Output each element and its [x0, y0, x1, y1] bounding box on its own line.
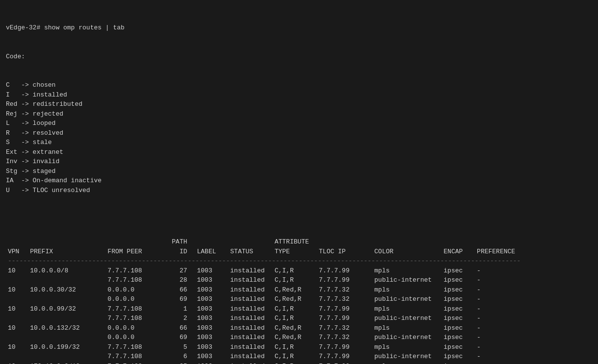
- cell-pref: -: [475, 275, 522, 285]
- cell-label: 1003: [195, 333, 229, 342]
- cell-prefix: [28, 333, 105, 342]
- table-row: 10 10.0.0.199/32 7.7.7.108 5 1003 instal…: [6, 342, 522, 352]
- code-item: Inv -> invalid: [6, 157, 592, 167]
- cell-attrtype: C,Red,R: [273, 333, 317, 342]
- command-line: vEdge-32# show omp routes | tab: [6, 23, 592, 33]
- header-tlocip-2: TLOC IP: [317, 247, 372, 257]
- code-item: L -> looped: [6, 119, 592, 128]
- header-attrtype-top: ATTRIBUTE: [273, 237, 317, 247]
- cell-encap: ipsec: [442, 266, 475, 276]
- cell-label: 1003: [195, 275, 229, 285]
- table-container: PATH ATTRIBUTE VPN PREFIX FROM PEER ID L…: [6, 218, 592, 364]
- cell-encap: ipsec: [442, 294, 475, 304]
- cell-vpn: [6, 333, 28, 342]
- header-status-2: STATUS: [228, 247, 272, 257]
- header-pref-2: PREFERENCE: [475, 247, 522, 257]
- cell-status: installed: [228, 304, 272, 314]
- cell-status: installed: [228, 352, 272, 362]
- cell-vpn: [6, 314, 28, 323]
- cell-attrtype: C,Red,R: [273, 323, 317, 333]
- header-vpn-2: VPN: [6, 247, 28, 257]
- table-row: 7.7.7.108 2 1003 installed C,I,R 7.7.7.9…: [6, 314, 522, 323]
- cell-prefix: [28, 352, 105, 362]
- cell-pref: -: [475, 362, 522, 364]
- code-item: S -> stale: [6, 138, 592, 147]
- cell-prefix: 10.0.0.30/32: [28, 285, 105, 295]
- cell-attrtype: C,I,R: [273, 362, 317, 364]
- cell-color: mpls: [372, 285, 442, 295]
- cell-pathid: 69: [167, 294, 195, 304]
- cell-vpn: 10: [6, 285, 28, 295]
- header-status: [228, 237, 272, 247]
- cell-encap: ipsec: [442, 333, 475, 342]
- code-item: Red -> redistributed: [6, 99, 592, 109]
- cell-pathid: 5: [167, 342, 195, 352]
- header-path: PATH: [167, 237, 195, 247]
- header-prefix-2: PREFIX: [28, 247, 105, 257]
- routes-table: PATH ATTRIBUTE VPN PREFIX FROM PEER ID L…: [6, 237, 522, 364]
- cell-pathid: 25: [167, 362, 195, 364]
- cell-peer: 7.7.7.108: [105, 352, 166, 362]
- table-body: 10 10.0.0.0/8 7.7.7.108 27 1003 installe…: [6, 266, 522, 364]
- cell-pathid: 2: [167, 314, 195, 323]
- cell-prefix: 10.0.0.132/32: [28, 323, 105, 333]
- header-type: TYPE: [273, 247, 317, 257]
- cell-vpn: [6, 294, 28, 304]
- header-encap-2: ENCAP: [442, 247, 475, 257]
- code-item: Stg -> staged: [6, 167, 592, 176]
- cell-pathid: 1: [167, 304, 195, 314]
- cell-prefix: 10.0.0.0/8: [28, 266, 105, 276]
- cell-vpn: [6, 275, 28, 285]
- cell-prefix: 10.0.0.199/32: [28, 342, 105, 352]
- cell-label: 1003: [195, 362, 229, 364]
- code-item: U -> TLOC unresolved: [6, 186, 592, 195]
- cell-status: installed: [228, 333, 272, 342]
- cell-encap: ipsec: [442, 285, 475, 295]
- cell-prefix: [28, 275, 105, 285]
- cell-color: public-internet: [372, 352, 442, 362]
- table-separator: ----------------------------------------…: [6, 256, 522, 266]
- cell-pathid: 28: [167, 275, 195, 285]
- cell-peer: 7.7.7.108: [105, 314, 166, 323]
- table-row: 10 10.0.0.30/32 0.0.0.0 66 1003 installe…: [6, 285, 522, 295]
- cell-color: mpls: [372, 362, 442, 364]
- cell-vpn: 10: [6, 304, 28, 314]
- cell-color: mpls: [372, 266, 442, 276]
- table-header-row-1: PATH ATTRIBUTE: [6, 237, 522, 247]
- table-row: 10 10.0.0.99/32 7.7.7.108 1 1003 install…: [6, 304, 522, 314]
- table-row: 7.7.7.108 28 1003 installed C,I,R 7.7.7.…: [6, 275, 522, 285]
- cell-pathid: 27: [167, 266, 195, 276]
- header-vpn: [6, 237, 28, 247]
- header-label: [195, 237, 229, 247]
- cell-tlocip: 7.7.7.99: [317, 314, 372, 323]
- cell-tlocip: 7.7.7.32: [317, 333, 372, 342]
- cell-label: 1003: [195, 304, 229, 314]
- cell-vpn: 10: [6, 266, 28, 276]
- cell-status: installed: [228, 294, 272, 304]
- cell-pref: -: [475, 352, 522, 362]
- cell-encap: ipsec: [442, 304, 475, 314]
- cell-peer: 7.7.7.108: [105, 342, 166, 352]
- cell-attrtype: C,I,R: [273, 314, 317, 323]
- cell-prefix: 10.0.0.99/32: [28, 304, 105, 314]
- cell-color: public-internet: [372, 333, 442, 342]
- cell-status: installed: [228, 275, 272, 285]
- cell-vpn: 10: [6, 323, 28, 333]
- cell-tlocip: 7.7.7.99: [317, 352, 372, 362]
- cell-tlocip: 7.7.7.32: [317, 294, 372, 304]
- cell-pathid: 66: [167, 323, 195, 333]
- codes-section: C -> chosenI -> installedRed -> redistri…: [6, 80, 592, 195]
- cell-pref: -: [475, 314, 522, 323]
- cell-prefix: [28, 294, 105, 304]
- cell-tlocip: 7.7.7.32: [317, 323, 372, 333]
- cell-pref: -: [475, 333, 522, 342]
- cell-color: public-internet: [372, 294, 442, 304]
- code-item: Rej -> rejected: [6, 109, 592, 119]
- cell-tlocip: 7.7.7.99: [317, 362, 372, 364]
- cell-attrtype: C,I,R: [273, 266, 317, 276]
- table-header-row-2: VPN PREFIX FROM PEER ID LABEL STATUS TYP…: [6, 247, 522, 257]
- code-item: C -> chosen: [6, 80, 592, 90]
- cell-prefix: 172.16.0.0/12: [28, 362, 105, 364]
- cell-status: installed: [228, 285, 272, 295]
- cell-tlocip: 7.7.7.99: [317, 275, 372, 285]
